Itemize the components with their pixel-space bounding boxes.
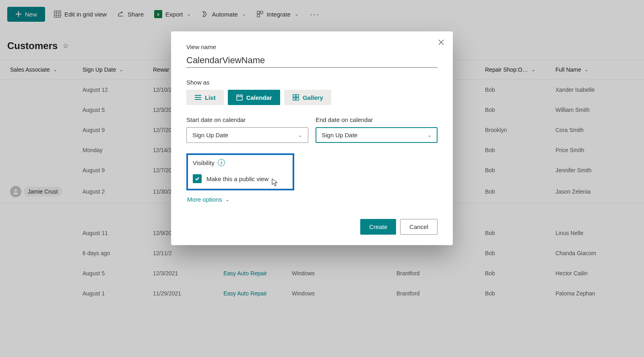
show-as-label: Show as — [186, 79, 438, 86]
close-icon — [438, 39, 445, 46]
visibility-section: Visibility i Make this a public view — [186, 153, 294, 190]
cursor-icon — [272, 178, 278, 187]
checkmark-icon — [194, 176, 200, 182]
svg-rect-8 — [293, 98, 295, 100]
start-date-select[interactable]: Sign Up Date ⌄ — [186, 127, 308, 143]
show-as-group: List Calendar Gallery — [186, 90, 438, 105]
visibility-label: Visibility — [193, 159, 215, 166]
svg-rect-7 — [296, 95, 299, 97]
list-label: List — [205, 94, 216, 101]
svg-rect-9 — [296, 98, 299, 100]
end-date-select[interactable]: Sign Up Date ⌄ — [316, 127, 438, 143]
gallery-icon — [292, 94, 299, 101]
create-view-dialog: View name Show as List Calendar Gallery — [171, 31, 453, 245]
info-icon[interactable]: i — [218, 159, 225, 166]
calendar-label: Calendar — [246, 94, 272, 101]
end-date-value: Sign Up Date — [322, 132, 357, 138]
chevron-down-icon: ⌄ — [427, 132, 431, 138]
view-name-input[interactable] — [186, 53, 438, 68]
show-as-list-button[interactable]: List — [186, 90, 224, 105]
view-name-label: View name — [186, 43, 438, 50]
modal-overlay: View name Show as List Calendar Gallery — [0, 0, 644, 357]
show-as-calendar-button[interactable]: Calendar — [228, 90, 280, 105]
more-options-button[interactable]: More options ⌄ — [187, 196, 438, 203]
svg-rect-5 — [237, 95, 242, 100]
create-button[interactable]: Create — [360, 219, 396, 235]
cancel-button[interactable]: Cancel — [400, 219, 438, 235]
chevron-down-icon: ⌄ — [298, 132, 302, 138]
public-view-checkbox[interactable] — [193, 174, 202, 183]
list-icon — [194, 95, 202, 100]
public-view-label: Make this a public view — [206, 175, 268, 182]
show-as-gallery-button[interactable]: Gallery — [284, 90, 331, 105]
end-date-label: End date on calendar — [316, 116, 438, 123]
chevron-down-icon: ⌄ — [225, 197, 229, 202]
svg-rect-6 — [293, 95, 295, 97]
gallery-label: Gallery — [303, 94, 323, 101]
calendar-icon — [236, 94, 243, 101]
close-button[interactable] — [438, 39, 445, 47]
start-date-value: Sign Up Date — [192, 132, 228, 138]
more-options-label: More options — [187, 196, 222, 203]
start-date-label: Start date on calendar — [186, 116, 308, 123]
